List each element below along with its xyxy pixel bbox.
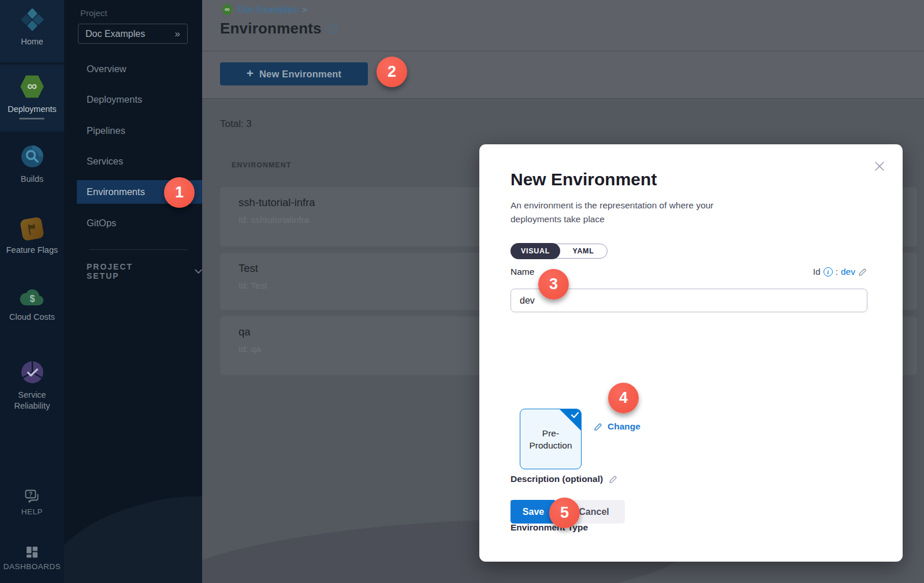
- project-selector[interactable]: Doc Examples »: [78, 24, 188, 44]
- rail-item-dashboards[interactable]: DASHBOARDS: [0, 546, 64, 583]
- description-row: Description (optional): [511, 474, 618, 484]
- modal-subtitle: An environment is the representation of …: [511, 199, 759, 226]
- infinity-icon: ∞: [225, 6, 230, 13]
- active-module-underline: [19, 118, 44, 119]
- environment-name: ssh-tutorial-infra: [239, 196, 315, 209]
- project-name: Doc Examples: [85, 29, 172, 39]
- header-divider: [202, 51, 924, 51]
- annotation-badge-1: 1: [164, 177, 195, 208]
- breadcrumb: ∞ Doc Examples >: [221, 4, 307, 15]
- environment-type-label: Environment Type: [511, 522, 588, 533]
- module-rail: Home ∞ Deployments Builds: [0, 0, 64, 583]
- name-label: Name: [511, 267, 534, 277]
- service-reliability-icon: [20, 360, 44, 384]
- environment-type-card-pre-production[interactable]: Pre-Production: [520, 409, 582, 469]
- page-title: Environments: [220, 20, 322, 38]
- visual-yaml-toggle: VISUAL YAML: [511, 244, 608, 259]
- entity-id-group: Id i : dev: [813, 267, 867, 277]
- sidebar-item-services[interactable]: Services: [64, 152, 202, 170]
- app-window: ∞ Doc Examples > Environments i + New En…: [0, 0, 924, 583]
- rail-item-cloud-costs[interactable]: $ Cloud Costs: [0, 287, 64, 339]
- edit-pencil-icon: [594, 422, 603, 431]
- rail-item-help[interactable]: ? HELP: [0, 489, 64, 531]
- info-icon[interactable]: i: [327, 24, 337, 33]
- environment-type-row: Environment Type: [511, 522, 588, 533]
- sidebar-wave-decoration: [64, 471, 202, 583]
- svg-text:?: ?: [28, 491, 32, 498]
- project-sidebar: Project Doc Examples » Overview Deployme…: [64, 0, 202, 583]
- rail-item-home[interactable]: Home: [0, 0, 64, 62]
- rail-item-builds[interactable]: Builds: [0, 144, 64, 196]
- new-environment-button[interactable]: + New Environment: [220, 62, 368, 85]
- help-chat-icon: ?: [25, 489, 40, 503]
- modal-title: New Environment: [511, 170, 657, 189]
- environment-column-header: ENVIRONMENT: [232, 161, 291, 169]
- rail-item-deployments[interactable]: ∞ Deployments: [0, 65, 64, 132]
- tab-yaml[interactable]: YAML: [560, 244, 607, 259]
- project-hexagon-icon: ∞: [221, 4, 233, 15]
- id-separator: :: [836, 267, 838, 277]
- chevron-right-icon: >: [302, 5, 307, 14]
- rail-item-service-reliability[interactable]: Service Reliability: [0, 360, 64, 424]
- plus-icon: +: [247, 66, 254, 80]
- sidebar-divider: [90, 249, 188, 250]
- check-icon: [571, 412, 579, 418]
- annotation-badge-2: 2: [377, 57, 407, 87]
- description-label: Description (optional): [511, 474, 603, 484]
- project-setup-toggle[interactable]: PROJECT SETUP: [87, 262, 202, 281]
- svg-text:$: $: [29, 294, 35, 304]
- sidebar-item-overview[interactable]: Overview: [64, 60, 202, 77]
- sidebar-item-pipelines[interactable]: Pipelines: [64, 122, 202, 139]
- project-label: Project: [80, 8, 107, 18]
- deployments-icon: ∞: [19, 74, 46, 99]
- new-environment-modal: New Environment An environment is the re…: [479, 144, 903, 562]
- annotation-badge-3: 3: [538, 269, 569, 300]
- environment-id: Id: Test: [239, 281, 267, 291]
- edit-description-pencil-icon[interactable]: [609, 474, 618, 484]
- annotation-badge-5: 5: [549, 498, 580, 528]
- chevron-down-icon: [195, 269, 202, 274]
- double-chevron-icon: »: [175, 28, 180, 40]
- id-label: Id: [813, 267, 821, 277]
- annotation-badge-4: 4: [608, 383, 639, 413]
- change-environment-type-link[interactable]: Change: [594, 421, 640, 432]
- home-icon: [21, 8, 44, 31]
- sidebar-item-gitops[interactable]: GitOps: [64, 214, 202, 231]
- total-count: Total: 3: [220, 118, 252, 130]
- info-icon[interactable]: i: [824, 267, 833, 276]
- rail-item-feature-flags[interactable]: Feature Flags: [0, 218, 64, 271]
- builds-icon: [20, 144, 44, 169]
- sidebar-item-deployments[interactable]: Deployments: [64, 91, 202, 108]
- toolbar-divider: [202, 98, 924, 99]
- environment-name: qa: [239, 326, 251, 338]
- environment-id: Id: qa: [239, 344, 261, 354]
- cloud-costs-icon: $: [20, 287, 45, 307]
- breadcrumb-project-link[interactable]: Doc Examples: [238, 5, 297, 15]
- close-icon[interactable]: [874, 160, 885, 172]
- environment-name: Test: [239, 262, 258, 275]
- page-title-row: Environments i: [220, 20, 337, 38]
- edit-id-pencil-icon[interactable]: [858, 267, 867, 276]
- id-value-link[interactable]: dev: [841, 267, 855, 277]
- tab-visual[interactable]: VISUAL: [511, 243, 560, 259]
- feature-flags-icon: [20, 216, 44, 241]
- dashboards-icon: [26, 546, 38, 558]
- environment-type-value: Pre-Production: [520, 427, 581, 451]
- environment-id: Id: sshtutorialinfra: [239, 215, 309, 225]
